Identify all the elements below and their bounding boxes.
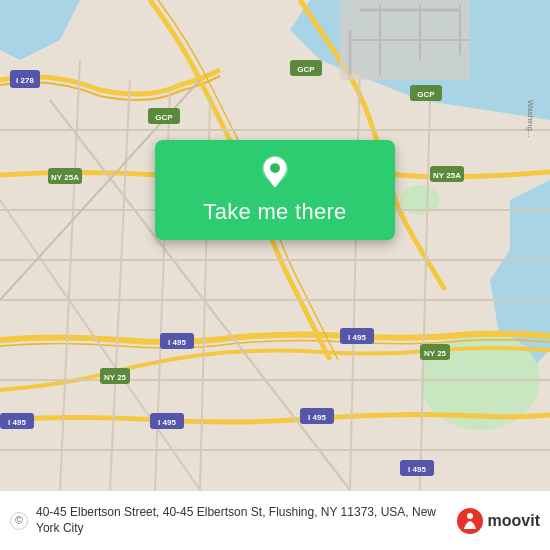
svg-text:I 495: I 495 [348, 333, 366, 342]
moovit-brand-text: moovit [488, 512, 540, 530]
moovit-brand-icon [456, 507, 484, 535]
svg-text:I 278: I 278 [16, 76, 34, 85]
svg-point-62 [467, 513, 473, 519]
bottom-bar: © 40-45 Elbertson Street, 40-45 Elbertso… [0, 490, 550, 550]
svg-text:GCP: GCP [417, 90, 435, 99]
osm-icon: © [10, 512, 28, 530]
svg-text:Washing...: Washing... [526, 100, 535, 138]
take-me-there-button[interactable]: Take me there [155, 140, 395, 240]
svg-text:I 495: I 495 [308, 413, 326, 422]
svg-text:GCP: GCP [155, 113, 173, 122]
map-pin-icon [257, 155, 293, 191]
svg-text:NY 25A: NY 25A [51, 173, 79, 182]
svg-text:I 495: I 495 [408, 465, 426, 474]
svg-text:NY 25A: NY 25A [433, 171, 461, 180]
map-background: I 278 GCP GCP GCP NY 25A NY 25A NY 25 NY… [0, 0, 550, 490]
moovit-logo: moovit [456, 507, 540, 535]
address-text: 40-45 Elbertson Street, 40-45 Elbertson … [36, 505, 448, 536]
svg-text:I 495: I 495 [168, 338, 186, 347]
svg-text:NY 25: NY 25 [424, 349, 447, 358]
map-container: I 278 GCP GCP GCP NY 25A NY 25A NY 25 NY… [0, 0, 550, 490]
cta-button-container: Take me there [155, 140, 395, 240]
svg-point-60 [270, 163, 280, 173]
svg-text:I 495: I 495 [8, 418, 26, 427]
svg-text:GCP: GCP [297, 65, 315, 74]
cta-label: Take me there [203, 199, 346, 225]
svg-text:I 495: I 495 [158, 418, 176, 427]
svg-text:NY 25: NY 25 [104, 373, 127, 382]
